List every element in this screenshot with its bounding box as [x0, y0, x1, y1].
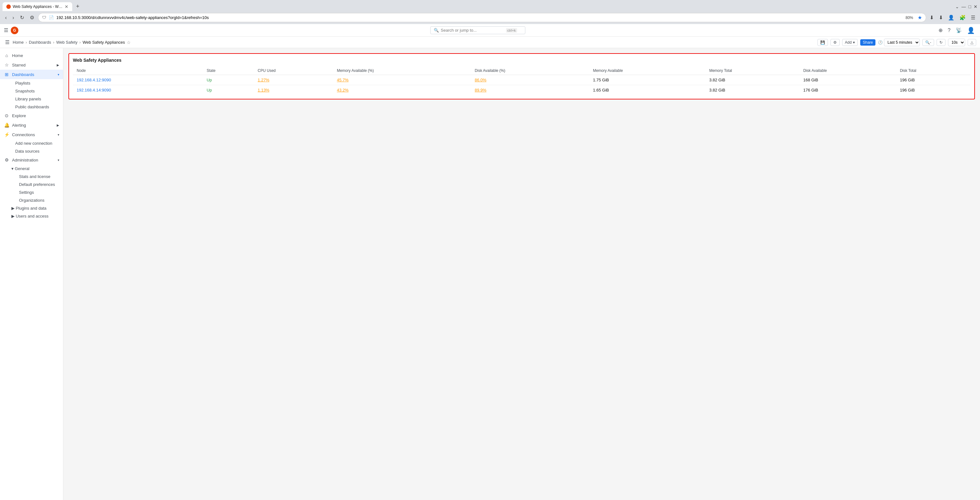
cell-node-1[interactable]: 192.168.4.14:9090	[73, 85, 203, 95]
breadcrumb-sep-2: ›	[53, 40, 54, 44]
tab-list-icon[interactable]: ⌄	[955, 4, 959, 9]
breadcrumb-web-safety[interactable]: Web Safety	[56, 40, 77, 44]
hamburger-menu-icon[interactable]: ☰	[4, 27, 8, 33]
dashboard-settings-button[interactable]: ⚙	[830, 39, 840, 46]
breadcrumb-actions: 💾 ⚙ Add ▾ Share 🕐 Last 5 minutes 🔍- ↻ 10…	[818, 39, 976, 46]
breadcrumb-hamburger-icon[interactable]: ☰	[4, 38, 11, 46]
reload-button[interactable]: ↻	[18, 13, 26, 22]
breadcrumb-home[interactable]: Home	[13, 40, 24, 44]
search-input-wrap[interactable]: 🔍 ctrl+k	[430, 26, 525, 34]
sidebar-home-label: Home	[12, 53, 23, 58]
add-panel-button[interactable]: Add ▾	[842, 39, 858, 46]
favorite-icon[interactable]: ☆	[127, 40, 131, 45]
forward-button[interactable]: ›	[10, 14, 16, 22]
cell-disk-pct-1[interactable]: 89.9%	[471, 85, 589, 95]
sidebar-item-stats-license[interactable]: Stats and license	[15, 173, 63, 181]
general-expand-icon: ▾	[11, 166, 14, 171]
sidebar-general-label: General	[15, 166, 29, 171]
cell-disk-pct-0[interactable]: 86.0%	[471, 75, 589, 85]
sidebar-item-home[interactable]: ⌂ Home	[0, 51, 63, 60]
sidebar-item-connections[interactable]: ⚡ Connections ▾	[0, 130, 63, 139]
sidebar-item-settings[interactable]: Settings	[15, 189, 63, 196]
sidebar-item-administration[interactable]: ⚙ Administration ▾	[0, 155, 63, 165]
active-tab[interactable]: Web Safety Appliances - Web S ✕	[3, 2, 72, 11]
sidebar-item-users-access[interactable]: ▶ Users and access	[11, 212, 63, 220]
back-button[interactable]: ‹	[3, 14, 8, 22]
panel-title: Web Safety Appliances	[73, 58, 970, 63]
account-icon[interactable]: 👤	[947, 14, 956, 22]
plus-icon[interactable]: ⊕	[937, 26, 944, 35]
close-window-icon[interactable]: ✕	[974, 4, 977, 9]
extensions-button[interactable]: ⚙	[28, 13, 36, 22]
breadcrumb-dashboards[interactable]: Dashboards	[29, 40, 51, 44]
dashboards-icon: ⊞	[4, 72, 10, 77]
cell-memory-pct-1[interactable]: 43.2%	[333, 85, 471, 95]
refresh-interval-select[interactable]: 10s	[948, 39, 965, 46]
rss-icon[interactable]: 📡	[955, 26, 963, 35]
topbar-left: ☰ G	[4, 27, 18, 34]
maximize-icon[interactable]: □	[969, 4, 971, 9]
sidebar-connections-label: Connections	[12, 132, 35, 137]
cell-cpu-1[interactable]: 1.13%	[254, 85, 333, 95]
bookmark-icon[interactable]: ★	[918, 14, 922, 21]
cell-memory-pct-0[interactable]: 45.7%	[333, 75, 471, 85]
time-range-select[interactable]: Last 5 minutes	[884, 39, 920, 46]
tab-favicon	[6, 5, 11, 9]
sidebar-item-alerting[interactable]: 🔔 Alerting ▶	[0, 120, 63, 130]
save-dashboard-button[interactable]: 💾	[818, 39, 828, 46]
sidebar-item-explore[interactable]: ⊙ Explore	[0, 111, 63, 120]
search-input[interactable]	[441, 28, 504, 33]
topbar: ☰ G 🔍 ctrl+k ⊕ ? 📡 👤	[0, 24, 980, 37]
sidebar-item-general[interactable]: ▾ General	[11, 165, 63, 173]
sidebar-item-default-preferences[interactable]: Default preferences	[15, 181, 63, 189]
new-tab-button[interactable]: +	[73, 2, 82, 11]
sidebar-item-snapshots[interactable]: Snapshots	[11, 87, 63, 95]
col-memory-avail: Memory Available	[589, 67, 705, 75]
connections-submenu: Add new connection Data sources	[0, 139, 63, 155]
downloads-icon[interactable]: ⬇	[937, 14, 945, 22]
sidebar-item-organizations[interactable]: Organizations	[15, 196, 63, 204]
help-icon[interactable]: ?	[947, 26, 952, 35]
cell-disk-total-1: 196 GiB	[896, 85, 970, 95]
sidebar-item-library-panels[interactable]: Library panels	[11, 95, 63, 103]
dashboards-submenu: Playlists Snapshots Library panels Publi…	[0, 79, 63, 111]
tab-controls: ⌄ — □ ✕	[955, 4, 977, 9]
browser-action-buttons: ⬇ ⬇ 👤 🧩 ☰	[928, 14, 977, 22]
sidebar-item-plugins-data[interactable]: ▶ Plugins and data	[11, 204, 63, 212]
sidebar-item-starred[interactable]: ☆ Starred ▶	[0, 60, 63, 70]
minimize-icon[interactable]: —	[962, 4, 966, 9]
sidebar-item-public-dashboards[interactable]: Public dashboards	[11, 103, 63, 111]
sidebar-item-add-new-connection[interactable]: Add new connection	[11, 139, 63, 147]
cell-disk-avail-0: 168 GiB	[799, 75, 896, 85]
administration-expand-icon: ▾	[58, 158, 59, 162]
pocket-icon[interactable]: ⬇	[928, 14, 935, 22]
sidebar-starred-label: Starred	[12, 63, 25, 67]
sidebar-item-dashboards[interactable]: ⊞ Dashboards ▾	[0, 70, 63, 79]
grafana-logo[interactable]: G	[11, 27, 18, 34]
search-bar: 🔍 ctrl+k	[22, 26, 934, 34]
tab-close-icon[interactable]: ✕	[65, 4, 68, 9]
collapse-button[interactable]: △	[968, 39, 976, 46]
cell-node-0[interactable]: 192.168.4.12:9090	[73, 75, 203, 85]
cell-disk-avail-1: 176 GiB	[799, 85, 896, 95]
extensions-icon[interactable]: 🧩	[958, 14, 967, 22]
app-layout: ⌂ Home ☆ Starred ▶ ⊞ Dashboards ▾ Playli…	[0, 48, 980, 500]
user-avatar[interactable]: 👤	[966, 25, 976, 35]
time-range-control: 🕐 Last 5 minutes	[878, 39, 920, 46]
sidebar-dashboards-label: Dashboards	[12, 72, 34, 77]
col-state: State	[203, 67, 254, 75]
address-bar[interactable]	[56, 15, 901, 20]
menu-icon[interactable]: ☰	[969, 14, 977, 22]
zoom-out-button[interactable]: 🔍-	[922, 39, 934, 46]
share-button[interactable]: Share	[860, 39, 875, 46]
refresh-button[interactable]: ↻	[937, 39, 945, 46]
col-memory-total: Memory Total	[705, 67, 799, 75]
cell-disk-total-0: 196 GiB	[896, 75, 970, 85]
sidebar-item-data-sources[interactable]: Data sources	[11, 147, 63, 155]
administration-icon: ⚙	[4, 157, 10, 162]
cell-cpu-0[interactable]: 1.27%	[254, 75, 333, 85]
sidebar-administration-label: Administration	[12, 158, 38, 162]
sidebar-item-playlists[interactable]: Playlists	[11, 79, 63, 87]
cell-memory-avail-0: 1.75 GiB	[589, 75, 705, 85]
cell-memory-total-1: 3.82 GiB	[705, 85, 799, 95]
